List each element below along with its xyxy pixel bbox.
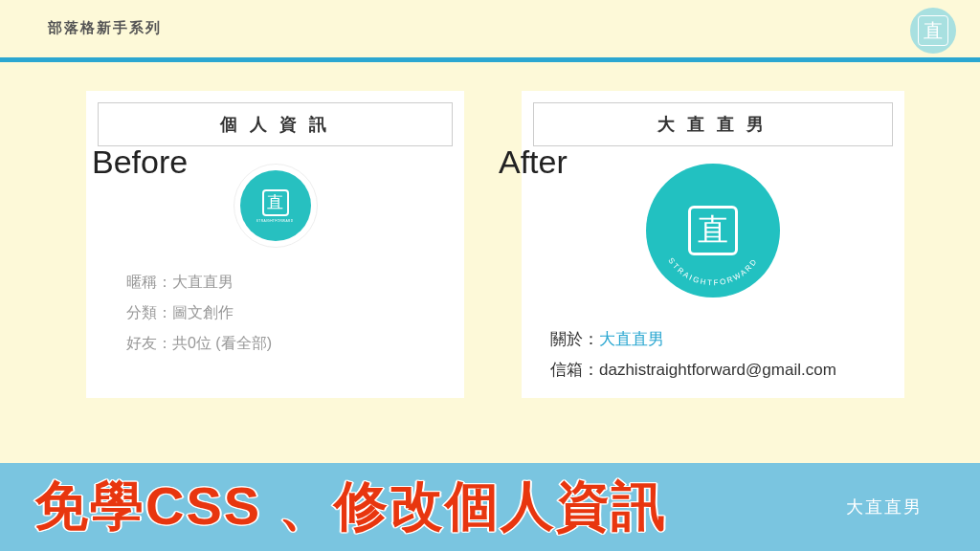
brand-logo-char: 直 — [918, 15, 948, 46]
about-link[interactable]: 大直直男 — [599, 330, 664, 348]
footer-author: 大直直男 — [846, 496, 923, 518]
category-row: 分類：圖文創作 — [126, 298, 453, 328]
after-card: 大 直 直 男 After 直 STRAIGHTFORWARD 關於：大直直男 … — [522, 91, 904, 398]
logo-char-icon: 直 — [262, 189, 289, 216]
after-avatar-icon: 直 STRAIGHTFORWARD — [646, 164, 780, 298]
email-row: 信箱：dazhistraightforward@gmail.com — [550, 355, 893, 386]
comparison-content: 個 人 資 訊 Before 直 STRAIGHTFORWARD 暱稱：大直直男… — [0, 62, 980, 398]
before-label: Before — [92, 143, 188, 181]
nickname-row: 暱稱：大直直男 — [126, 267, 453, 298]
footer-headline: 免學CSS 、修改個人資訊 — [34, 471, 667, 543]
before-avatar-icon: 直 STRAIGHTFORWARD — [234, 164, 318, 248]
after-info: 關於：大直直男 信箱：dazhistraightforward@gmail.co… — [533, 324, 893, 386]
after-avatar-wrap: 直 STRAIGHTFORWARD — [533, 164, 893, 298]
logo-char-icon: 直 — [688, 206, 738, 255]
svg-text:STRAIGHTFORWARD: STRAIGHTFORWARD — [666, 256, 759, 287]
header-bar: 部落格新手系列 直 — [0, 0, 980, 57]
after-label: After — [499, 143, 568, 181]
friends-row: 好友：共0位 (看全部) — [126, 328, 453, 359]
before-info: 暱稱：大直直男 分類：圖文創作 好友：共0位 (看全部) — [98, 267, 453, 359]
brand-logo-icon: 直 — [910, 8, 956, 54]
series-title: 部落格新手系列 — [48, 19, 980, 37]
logo-subtext-curve: STRAIGHTFORWARD — [646, 253, 780, 292]
before-panel-title: 個 人 資 訊 — [98, 102, 453, 146]
before-card: 個 人 資 訊 Before 直 STRAIGHTFORWARD 暱稱：大直直男… — [86, 91, 464, 398]
after-panel-title: 大 直 直 男 — [533, 102, 893, 146]
about-row: 關於：大直直男 — [550, 324, 893, 355]
footer-banner: 免學CSS 、修改個人資訊 大直直男 — [0, 463, 980, 551]
logo-subtext: STRAIGHTFORWARD — [256, 218, 294, 222]
